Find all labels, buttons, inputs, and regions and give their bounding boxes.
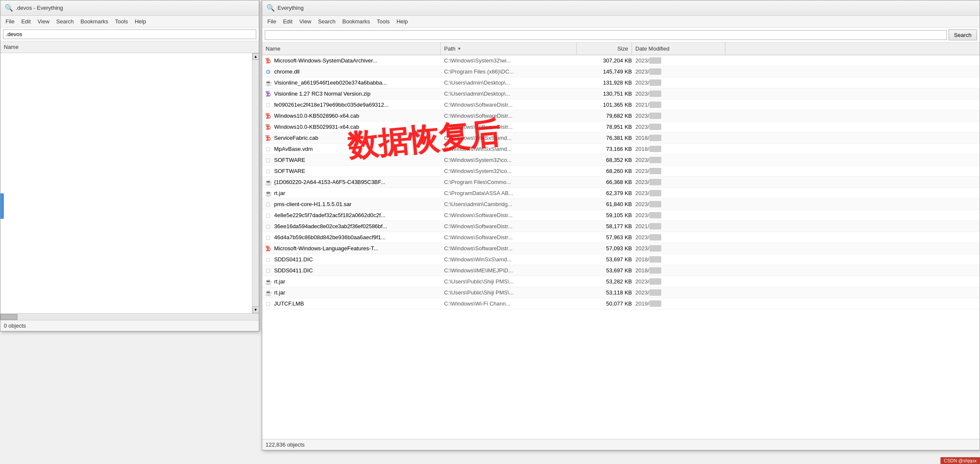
- file-name-cell: SOFTWARE: [274, 157, 444, 163]
- table-row[interactable]: 🗜 Microsoft-Windows-LanguageFeatures-T..…: [262, 243, 980, 254]
- right-menu-file[interactable]: File: [264, 17, 280, 25]
- file-type-icon: ☕: [264, 178, 272, 187]
- table-row[interactable]: □ pms-client-core-H1.1.5.5.01.sar C:\Use…: [262, 199, 980, 210]
- table-row[interactable]: 🗜 Windows10.0-KB5028960-x64.cab C:\Windo…: [262, 110, 980, 122]
- table-row[interactable]: □ fe090261ec2f418e179e69bbc035de9a69312.…: [262, 99, 980, 110]
- left-menu-edit[interactable]: Edit: [18, 17, 34, 25]
- left-hscroll-thumb[interactable]: [0, 314, 17, 320]
- table-row[interactable]: □ SOFTWARE C:\Windows\System32\co... 68,…: [262, 166, 980, 177]
- table-row[interactable]: 🗜 Microsoft-Windows-SystemDataArchiver..…: [262, 55, 980, 66]
- table-row[interactable]: ☕ rt.jar C:\Users\Public\Shiji PMS\... 5…: [262, 276, 980, 287]
- file-size-cell: 73,166 KB: [580, 146, 635, 152]
- date-blurred: [649, 91, 662, 97]
- file-date-cell: 2023/: [635, 157, 729, 163]
- file-type-icon: □: [264, 167, 272, 175]
- right-menu-view[interactable]: View: [296, 17, 314, 25]
- file-name-cell: Windows10.0-KB5029931-x64.cab: [274, 124, 444, 130]
- file-type-icon: 🗜: [264, 134, 272, 142]
- table-row[interactable]: ☕ rt.jar C:\ProgramData\ASSA AB... 62,37…: [262, 188, 980, 199]
- table-row[interactable]: □ 36ee16da594adec8e02ce3ab2f36ef02586bf.…: [262, 221, 980, 232]
- file-name-cell: Visionline_a6619546f1eeb020e374a6babba..…: [274, 79, 444, 86]
- left-menu-bookmarks[interactable]: Bookmarks: [77, 17, 112, 25]
- right-menu-help[interactable]: Help: [393, 17, 411, 25]
- table-row[interactable]: 🗜 ServiceFabric.cab C:\Windows\WinSxS\am…: [262, 133, 980, 144]
- file-date-cell: 2021/: [635, 223, 729, 229]
- file-path-cell: C:\Windows\SoftwareDistr...: [444, 113, 580, 119]
- left-vscroll-up[interactable]: ▲: [252, 53, 259, 60]
- table-row[interactable]: □ SDDS0411.DIC C:\Windows\IME\IMEJP\D...…: [262, 265, 980, 276]
- file-date-cell: 2019/: [635, 300, 729, 307]
- table-row[interactable]: 🗜 Windows10.0-KB5029931-x64.cab C:\Windo…: [262, 122, 980, 133]
- table-row[interactable]: □ JUTCF.LMB C:\Windows\Wi-Fi Chann... 50…: [262, 298, 980, 309]
- col-header-date[interactable]: Date Modified: [632, 42, 725, 55]
- date-blurred: [649, 245, 662, 252]
- right-menu-search[interactable]: Search: [314, 17, 339, 25]
- col-header-name[interactable]: Name: [262, 42, 441, 55]
- table-row[interactable]: □ SOFTWARE C:\Windows\System32\co... 68,…: [262, 155, 980, 166]
- left-app-icon: 🔍: [5, 4, 13, 12]
- file-type-icon: □: [264, 266, 272, 275]
- file-date-cell: 2023/: [635, 168, 729, 174]
- date-blurred: [649, 201, 662, 207]
- left-menu-tools[interactable]: Tools: [112, 17, 131, 25]
- left-menu-help[interactable]: Help: [131, 17, 150, 25]
- file-size-cell: 131,928 KB: [580, 79, 635, 86]
- left-status-bar: 0 objects: [0, 320, 259, 331]
- file-name-cell: Microsoft-Windows-SystemDataArchiver...: [274, 57, 444, 64]
- table-row[interactable]: □ 46d4a7b59c86b08d842be936b0aa6aecf9f1..…: [262, 232, 980, 243]
- csdn-watermark: CSDN @shjqux: [940, 457, 980, 464]
- file-type-icon: □: [264, 101, 272, 109]
- file-date-cell: 2023/: [635, 234, 729, 240]
- file-type-icon: 🗜: [264, 244, 272, 253]
- file-type-icon: ☕: [264, 277, 272, 286]
- left-window-title: .devos - Everything: [16, 5, 63, 11]
- file-type-icon: □: [264, 255, 272, 264]
- file-path-cell: C:\Windows\WinSxS\amd...: [444, 135, 580, 141]
- left-vscrollbar[interactable]: ▲ ▼: [252, 53, 259, 313]
- file-type-icon: □: [264, 300, 272, 308]
- col-header-size[interactable]: Size: [577, 42, 632, 55]
- col-header-path[interactable]: Path ▼: [441, 42, 577, 55]
- right-menu-bookmarks[interactable]: Bookmarks: [339, 17, 374, 25]
- file-path-cell: C:\Windows\System32\co...: [444, 168, 580, 174]
- table-row[interactable]: ☕ {1D060220-2A64-4153-A6F5-C43B95C3BF...…: [262, 177, 980, 188]
- file-name-cell: Microsoft-Windows-LanguageFeatures-T...: [274, 245, 444, 252]
- date-blurred: [649, 179, 662, 185]
- file-size-cell: 130,751 KB: [580, 91, 635, 97]
- file-size-cell: 101,365 KB: [580, 102, 635, 108]
- left-menu-view[interactable]: View: [34, 17, 53, 25]
- left-vscroll-track[interactable]: [252, 60, 259, 306]
- file-path-cell: C:\Users\admin\Desktop\...: [444, 91, 580, 97]
- left-menu-search[interactable]: Search: [53, 17, 77, 25]
- table-row[interactable]: □ SDDS0411.DIC C:\Windows\WinSxS\amd... …: [262, 254, 980, 265]
- left-hscroll-track[interactable]: [0, 314, 259, 320]
- file-size-cell: 57,963 KB: [580, 234, 635, 240]
- left-vscroll-down[interactable]: ▼: [252, 306, 259, 313]
- right-title-bar: 🔍 Everything: [262, 0, 980, 16]
- right-window: 🔍 Everything File Edit View Search Bookm…: [262, 0, 980, 450]
- date-blurred: [649, 234, 662, 240]
- right-menu-tools[interactable]: Tools: [374, 17, 393, 25]
- right-search-button[interactable]: Search: [949, 29, 977, 40]
- file-type-icon: 🗜: [264, 57, 272, 65]
- col-size-label: Size: [617, 45, 628, 52]
- left-search-input[interactable]: [3, 29, 256, 39]
- right-search-input[interactable]: [265, 30, 947, 40]
- table-row[interactable]: 🗜 Visionline 1.27 RC3 Normal Version.zip…: [262, 88, 980, 99]
- file-size-cell: 50,077 KB: [580, 300, 635, 307]
- left-content-area: ▲ ▼: [0, 53, 259, 313]
- date-blurred: [649, 190, 662, 196]
- left-menu-file[interactable]: File: [2, 17, 18, 25]
- date-blurred: [649, 289, 662, 296]
- right-menu-edit[interactable]: Edit: [280, 17, 296, 25]
- table-row[interactable]: ☕ rt.jar C:\Users\Public\Shiji PMS\... 5…: [262, 287, 980, 298]
- table-row[interactable]: □ 4e8e5e229c5f7dadef32ac5f182a0662d0c2f.…: [262, 210, 980, 221]
- file-path-cell: C:\Users\Public\Shiji PMS\...: [444, 289, 580, 296]
- date-blurred: [649, 102, 662, 108]
- table-row[interactable]: ⚙ chrome.dll C:\Program Files (x86)\DC..…: [262, 66, 980, 77]
- file-type-icon: □: [264, 145, 272, 153]
- table-row[interactable]: □ MpAvBase.vdm C:\Windows\WinSxS\amd... …: [262, 144, 980, 155]
- left-hscrollbar[interactable]: [0, 313, 259, 320]
- table-row[interactable]: ☕ Visionline_a6619546f1eeb020e374a6babba…: [262, 77, 980, 88]
- file-size-cell: 76,381 KB: [580, 135, 635, 141]
